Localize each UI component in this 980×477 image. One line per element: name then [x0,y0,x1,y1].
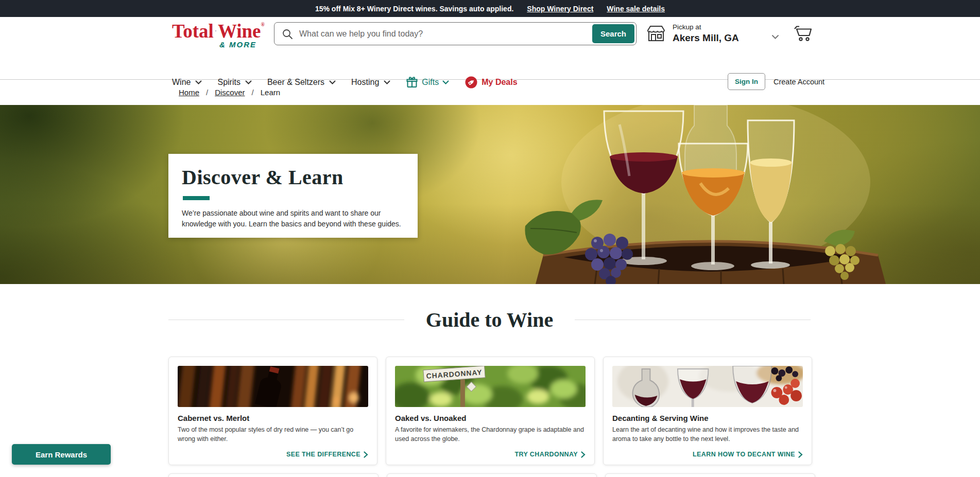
guide-cards-row: Cabernet vs. Merlot Two of the most popu… [168,357,812,465]
section-title: Guide to Wine [426,308,553,332]
pickup-store-selector[interactable]: Pickup at Akers Mill, GA [645,23,779,44]
earn-rewards-button[interactable]: Earn Rewards [12,444,111,465]
next-cards-row-partial [168,473,815,477]
card-cabernet-vs-merlot[interactable]: Cabernet vs. Merlot Two of the most popu… [168,357,377,465]
search-input[interactable] [298,29,636,39]
try-chardonnay-link[interactable]: TRY CHARDONNAY [514,451,586,458]
card-image-wine-glasses-table [612,366,803,407]
card-image-vineyard-sign: CHARDONNAY [395,366,586,407]
sign-in-button[interactable]: Sign In [728,73,765,90]
chevron-down-icon [329,80,336,85]
chevron-down-icon [245,80,252,85]
promo-banner: 15% off Mix 8+ Winery Direct wines. Savi… [0,0,980,17]
card-oaked-vs-unoaked[interactable]: CHARDONNAY Oaked vs. Unoaked A favorite … [386,357,595,465]
pickup-at-label: Pickup at [673,23,739,31]
promo-message: 15% off Mix 8+ Winery Direct wines. Savi… [315,5,513,13]
logo-tagline: & MORE [172,40,265,49]
logo-word-total: Total [172,22,214,41]
auth-area: Sign In Create Account [728,73,824,90]
logo-word-wine: Wine [218,22,261,41]
nav-item-beer-seltzers[interactable]: Beer & Seltzers [267,78,336,87]
pickup-store-name: Akers Mill, GA [673,32,739,44]
hero-image-wine-glasses-on-barrel [494,105,980,284]
card-partial [168,473,379,477]
search-bar: Search [274,22,637,45]
main-nav: Wine Spirits Beer & Seltzers Hosting [172,70,518,94]
learn-how-to-decant-link[interactable]: LEARN HOW TO DECANT WINE [693,451,803,458]
chevron-right-icon [798,451,803,458]
storefront-icon [645,24,667,43]
nav-item-my-deals[interactable]: My Deals [465,76,517,89]
grape-cluster-icon [215,21,216,41]
nav-item-wine[interactable]: Wine [172,78,202,87]
total-wine-learn-page: 15% off Mix 8+ Winery Direct wines. Savi… [0,0,980,477]
cart-button[interactable] [793,24,814,44]
wine-sale-details-link[interactable]: Wine sale details [607,5,665,13]
card-title: Decanting & Serving Wine [612,414,803,422]
shop-winery-direct-link[interactable]: Shop Winery Direct [527,5,593,13]
page-title: Discover & Learn [182,167,404,188]
chevron-down-icon [384,80,390,85]
card-title: Cabernet vs. Merlot [178,414,368,422]
search-button[interactable]: Search [592,24,634,43]
card-title: Oaked vs. Unoaked [395,414,586,422]
search-icon [282,28,293,40]
site-header: Total Wine ® & MORE [0,17,980,80]
heading-rule-right [575,320,811,320]
chevron-down-icon [442,80,449,85]
create-account-link[interactable]: Create Account [773,78,824,86]
logo-registered-mark: ® [261,22,265,27]
cart-icon [793,24,814,43]
gift-icon [406,76,418,89]
nav-item-gifts[interactable]: Gifts [406,76,449,89]
title-accent-bar [183,196,210,200]
deals-tag-icon [465,76,478,89]
chevron-right-icon [364,451,368,458]
card-image-wine-bottles [178,366,368,407]
hero-text-card: Discover & Learn We’re passionate about … [168,154,418,238]
chevron-down-icon [771,34,779,40]
card-body: Two of the most popular styles of dry re… [178,426,368,444]
card-body: A favorite for winemakers, the Chardonna… [395,426,586,444]
card-body: Learn the art of decanting wine and how … [612,426,803,444]
card-decanting-serving-wine[interactable]: Decanting & Serving Wine Learn the art o… [603,357,812,465]
guide-to-wine-heading: Guide to Wine [168,308,811,332]
nav-item-hosting[interactable]: Hosting [351,78,390,87]
hero-banner: Discover & Learn We’re passionate about … [0,105,980,284]
card-partial [605,473,815,477]
card-partial [387,473,597,477]
nav-item-spirits[interactable]: Spirits [217,78,251,87]
heading-rule-left [168,320,404,320]
chevron-down-icon [195,80,202,85]
hero-description: We’re passionate about wine and spirits … [182,208,404,229]
total-wine-logo[interactable]: Total Wine ® & MORE [172,21,265,49]
see-the-difference-link[interactable]: SEE THE DIFFERENCE [286,451,368,458]
chevron-right-icon [581,451,586,458]
